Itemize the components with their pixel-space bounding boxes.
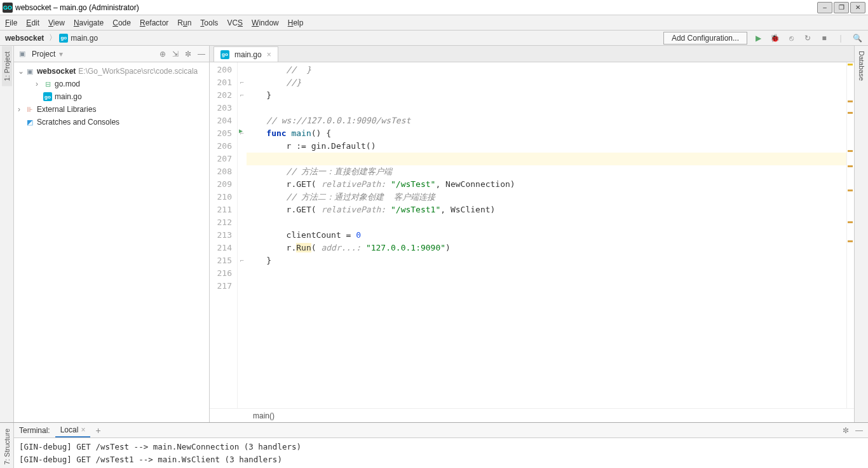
folder-icon: ▣ — [18, 50, 27, 59]
menu-edit[interactable]: Edit — [26, 18, 39, 27]
menu-code[interactable]: Code — [112, 18, 131, 27]
terminal-panel: 7: Structure 2: Favorites Terminal: Loca… — [0, 422, 868, 468]
menu-navigate[interactable]: Navigate — [74, 18, 104, 27]
app-icon: GO — [3, 3, 13, 13]
term-line: [GIN-debug] GET /wsTest --> main.NewConn… — [19, 441, 863, 453]
editor-tab-maingo[interactable]: go main.go × — [214, 46, 278, 62]
code-view[interactable]: 200201202 203204205 206207208 209210211 … — [210, 62, 854, 408]
hide-icon[interactable]: — — [198, 50, 205, 59]
terminal-output[interactable]: [GIN-debug] GET /wsTest --> main.NewConn… — [14, 438, 868, 468]
project-tree: ⌄ ▣ websocket E:\Go_WorkSpace\src\code.s… — [14, 62, 209, 422]
add-terminal-button[interactable]: + — [95, 425, 100, 436]
go-file-icon: go — [59, 34, 68, 43]
navbar: websocket 〉 go main.go Add Configuration… — [0, 31, 868, 46]
menu-run[interactable]: Run — [177, 18, 191, 27]
tree-gomod[interactable]: › ⊟ go.mod — [14, 78, 209, 90]
tree-maingo[interactable]: go main.go — [14, 90, 209, 103]
menu-window[interactable]: Window — [252, 18, 279, 27]
terminal-header: Terminal: Local× + ✼ — — [14, 423, 868, 438]
right-tool-strip: Database — [854, 46, 868, 422]
tab-label: main.go — [234, 50, 262, 59]
go-file-icon: go — [43, 92, 52, 101]
gear-icon[interactable]: ✼ — [185, 50, 191, 59]
menu-view[interactable]: View — [48, 18, 65, 27]
gear-icon[interactable]: ✼ — [843, 426, 849, 435]
titlebar: GO websocket – main.go (Administrator) –… — [0, 0, 868, 15]
project-header: ▣Project▾ ⊕ ⇲ ✼ — — [14, 46, 209, 62]
dropdown-icon[interactable]: ▾ — [59, 50, 63, 59]
menubar: File Edit View Navigate Code Refactor Ru… — [0, 15, 868, 31]
chevron-right-icon: 〉 — [49, 32, 57, 43]
stop-icon[interactable]: ■ — [818, 32, 830, 44]
root-name: websocket — [37, 67, 76, 76]
close-button[interactable]: ✕ — [850, 2, 865, 13]
folder-icon: ▣ — [25, 67, 34, 76]
tree-extlibs[interactable]: › ⊪ External Libraries — [14, 103, 209, 116]
root-path: E:\Go_WorkSpace\src\code.scicala — [78, 67, 198, 76]
menu-tools[interactable]: Tools — [200, 18, 218, 27]
menu-file[interactable]: File — [5, 18, 17, 27]
menu-vcs[interactable]: VCS — [227, 18, 243, 27]
menu-refactor[interactable]: Refactor — [140, 18, 168, 27]
scratches-label: Scratches and Consoles — [37, 118, 119, 127]
gomod-label: go.mod — [55, 79, 80, 88]
target-icon[interactable]: ⊕ — [159, 50, 166, 59]
divider: | — [835, 32, 846, 44]
editor-area: go main.go × 200201202 203204205 2062072… — [210, 46, 854, 422]
maximize-button[interactable]: ❐ — [834, 2, 849, 13]
expand-icon[interactable]: ⇲ — [172, 50, 179, 59]
run-gutter-icon[interactable]: ▶ — [239, 127, 243, 134]
term-line: [GIN-debug] GET /wsTest1 --> main.WsClie… — [19, 453, 863, 466]
close-icon[interactable]: × — [81, 425, 85, 434]
search-icon[interactable]: 🔍 — [851, 32, 863, 44]
maingo-label: main.go — [55, 92, 82, 101]
editor-tabs: go main.go × — [210, 46, 854, 62]
code-content[interactable]: // } //} } // ws://127.0.0.1:9090/wsTest… — [247, 62, 846, 408]
close-icon[interactable]: × — [267, 50, 271, 59]
library-icon: ⊪ — [25, 105, 34, 114]
project-panel: ▣Project▾ ⊕ ⇲ ✼ — ⌄ ▣ websocket E:\Go_Wo… — [14, 46, 210, 422]
breadcrumb-fn[interactable]: main() — [253, 411, 275, 420]
tool-database-tab[interactable]: Database — [857, 46, 867, 86]
tool-project-tab[interactable]: 1: Project — [2, 46, 12, 86]
terminal-tab-local[interactable]: Local× — [55, 423, 91, 437]
editor-breadcrumb: main() — [210, 408, 854, 422]
tree-scratches[interactable]: ◩ Scratches and Consoles — [14, 116, 209, 128]
tree-root[interactable]: ⌄ ▣ websocket E:\Go_WorkSpace\src\code.s… — [14, 65, 209, 78]
line-numbers: 200201202 203204205 206207208 209210211 … — [210, 62, 238, 408]
tool-structure-tab[interactable]: 7: Structure — [2, 423, 12, 468]
project-label: Project — [32, 50, 55, 59]
go-file-icon: go — [220, 50, 229, 59]
debug-icon[interactable]: 🐞 — [769, 32, 780, 44]
scratch-icon: ◩ — [25, 118, 34, 127]
fold-column: ⌐⌐⌐⌐ — [238, 62, 247, 408]
breadcrumb: websocket 〉 go main.go — [5, 32, 663, 43]
module-icon: ⊟ — [43, 79, 52, 88]
add-configuration-button[interactable]: Add Configuration... — [663, 32, 747, 45]
profile-icon[interactable]: ↻ — [802, 32, 813, 44]
window-title: websocket – main.go (Administrator) — [15, 3, 139, 12]
left-tool-strip: 1: Project — [0, 46, 14, 422]
run-icon[interactable]: ▶ — [752, 32, 764, 44]
expand-icon[interactable]: › — [36, 79, 43, 88]
breadcrumb-project[interactable]: websocket — [5, 34, 44, 43]
hide-icon[interactable]: — — [855, 426, 863, 435]
terminal-label: Terminal: — [19, 426, 50, 435]
extlibs-label: External Libraries — [37, 105, 96, 114]
minimize-button[interactable]: – — [817, 2, 832, 13]
coverage-icon[interactable]: ⎋ — [785, 32, 797, 44]
marker-strip — [846, 62, 854, 408]
expand-icon[interactable]: › — [18, 105, 25, 114]
breadcrumb-file[interactable]: main.go — [71, 34, 98, 43]
menu-help[interactable]: Help — [288, 18, 304, 27]
collapse-icon[interactable]: ⌄ — [18, 67, 25, 76]
